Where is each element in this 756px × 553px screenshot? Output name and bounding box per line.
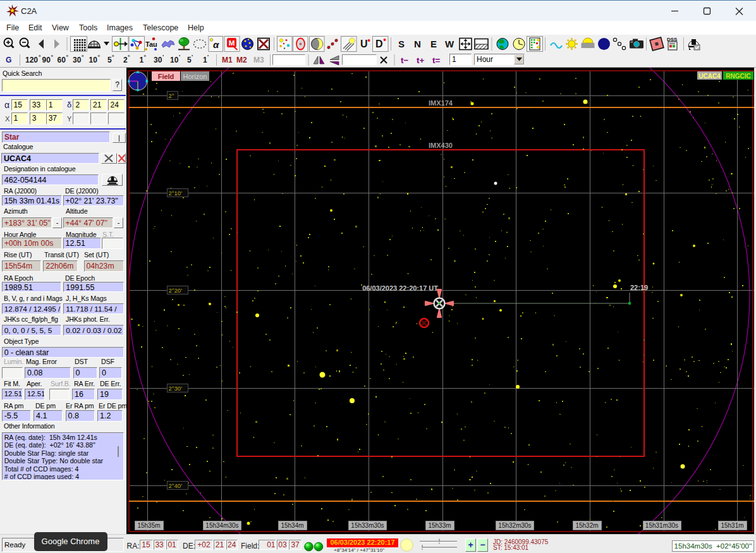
svg-text:t+: t+ [417,56,424,65]
svg-text:2°10': 2°10' [169,190,183,197]
svg-text:15h32m: 15h32m [575,522,598,529]
svg-text:°: ° [144,54,147,60]
svg-text:E: E [430,39,437,49]
svg-text:1: 1 [140,56,144,64]
svg-text:IMX174: IMX174 [429,99,453,107]
svg-text:15h34m30s: 15h34m30s [205,522,238,529]
svg-text:°: ° [51,54,54,60]
svg-text:α: α [213,39,219,50]
svg-text:M3: M3 [253,56,264,64]
svg-text:D: D [375,39,383,49]
svg-text:22:19: 22:19 [630,284,648,291]
svg-text:10: 10 [170,56,179,64]
svg-text:°: ° [98,54,101,60]
svg-text:Field: Field [158,73,174,80]
svg-text:60: 60 [58,56,66,64]
svg-text:°: ° [112,54,114,60]
svg-text:2: 2 [123,56,128,64]
svg-text:Tau: Tau [145,40,157,48]
svg-text:RNGCIC: RNGCIC [726,73,750,80]
svg-text:10: 10 [89,56,98,64]
svg-text:1: 1 [203,56,207,64]
svg-text:°: ° [66,54,69,60]
svg-text:': ' [192,54,193,60]
svg-text:t−: t− [401,56,408,65]
svg-text:M1: M1 [222,56,233,64]
svg-text:Horizon: Horizon [183,73,207,80]
svg-text:30: 30 [73,56,82,64]
svg-text:5: 5 [187,56,192,64]
svg-text:°: ° [82,54,84,60]
svg-text:t=: t= [432,56,440,65]
svg-text:15h34m: 15h34m [281,522,303,529]
svg-text:2°40': 2°40' [169,482,183,489]
svg-text:UCAC4: UCAC4 [698,73,721,80]
svg-text:': ' [207,54,209,60]
svg-text:90: 90 [42,56,51,64]
svg-text:15h33m30s: 15h33m30s [351,522,384,529]
svg-text:30: 30 [154,56,162,64]
svg-text:M: M [229,39,235,47]
svg-text:IMX430: IMX430 [429,142,453,149]
svg-text:2°: 2° [169,92,174,99]
svg-text:U: U [360,39,368,49]
svg-text:S: S [398,39,405,49]
svg-text:15h33m: 15h33m [428,522,451,529]
svg-text:M2: M2 [236,56,247,64]
svg-text:W: W [445,39,454,49]
svg-text:': ' [162,54,164,60]
svg-text:15h35m: 15h35m [137,522,160,529]
svg-text:5: 5 [107,56,112,64]
svg-text:120: 120 [25,56,38,64]
svg-text:N: N [414,39,421,49]
svg-text:°: ° [39,54,41,60]
svg-text:15h31m30s: 15h31m30s [645,522,678,529]
svg-text:2°30': 2°30' [169,385,183,392]
svg-text:15h31m: 15h31m [721,522,743,529]
svg-text:06/03/2023 22:20:17 UT: 06/03/2023 22:20:17 UT [362,284,438,292]
svg-text:15h32m30s: 15h32m30s [498,522,531,529]
svg-text:°: ° [128,54,130,60]
svg-text:': ' [179,54,180,60]
svg-text:2°20': 2°20' [169,287,183,294]
svg-text:G: G [6,56,11,64]
